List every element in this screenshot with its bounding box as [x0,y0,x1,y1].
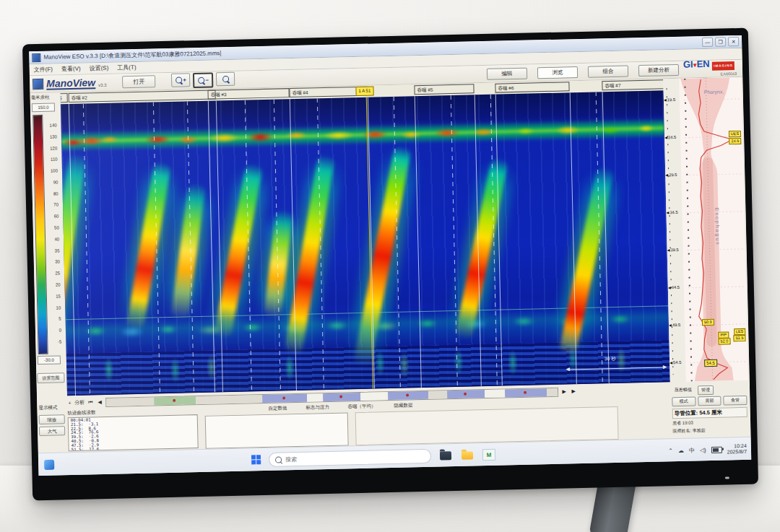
clock-date: 2025/8/7 [727,449,747,455]
mode-browse-button[interactable]: 浏览 [537,66,578,79]
maximize-button[interactable]: ❐ [715,37,726,46]
colorbar-tick: 35 [46,248,59,253]
readings-header: 轨迹曲线读数 [67,409,95,417]
scale-max-box: 150.0 [32,103,55,112]
battery-icon[interactable] [711,446,722,453]
swallow-label-box[interactable]: 吞咽 #5 [414,84,474,95]
timescale-label: 30 秒 [604,356,616,362]
timeline-segment[interactable] [307,393,323,401]
colorbar-tick: 15 [48,294,61,298]
colorbar-tick: 20 [47,282,60,287]
display-mode-atmos-button[interactable]: 大气 [39,426,65,436]
prev-button[interactable]: ◀ [96,399,103,405]
workspace: 毫米汞柱 150.0 14013012011010090807060504035… [30,77,751,453]
timeline-segment[interactable] [428,391,447,399]
les-badge-label: LES [734,328,746,335]
timeline-segment[interactable] [196,395,262,404]
display-mode-zoom-button[interactable]: 缩放 [39,414,65,424]
widgets-icon[interactable] [44,460,54,470]
patient-time-line: 患者 19:03 [672,419,748,427]
taskbar-search[interactable]: 搜索 [269,449,431,467]
close-button[interactable]: ✕ [728,37,739,46]
folder-icon[interactable] [460,448,474,462]
colorbar-tick: 140 [43,123,56,127]
timeline-segment[interactable] [505,388,547,397]
manometry-heatmap[interactable]: 30 秒 ◀ ▶ [61,90,670,396]
menu-settings[interactable]: 设置(S) [90,64,109,73]
zoom-in-sign: + [183,77,186,82]
power-led [725,476,729,479]
colorbar-tick: 10 [48,305,61,310]
timeline-segment[interactable] [485,389,505,398]
trace-readings-table[interactable]: 00:04:0121.5: -3.122.5: 8.624.5: 76.639.… [68,414,199,451]
timeline-segment[interactable] [154,396,196,405]
colorbar-tick: 0 [48,328,61,332]
catheter-position: 导管位置: 54.5 厘米 [672,407,748,419]
volume-icon[interactable]: ◁) [700,447,706,453]
les-badge-value: 51.5 [734,335,746,341]
taskbar-clock[interactable]: 10:24 2025/8/7 [727,443,748,455]
manage-tab[interactable]: 管理 [698,385,714,395]
timeline-segment[interactable] [262,393,307,402]
colorbar-tick: 60 [46,214,58,219]
swallow-label-box[interactable]: 吞咽 #7 [602,79,663,90]
timeline-segment[interactable] [447,390,485,398]
pressure-unit-label: 毫米汞柱 [31,95,50,102]
set-range-button[interactable]: 设置范围 [37,372,64,383]
sensor-depth-tick: ◀19.5 [664,97,680,102]
esophagus-button[interactable]: 食管 [724,396,748,406]
menu-file[interactable]: 文件(F) [34,66,53,74]
bottom-panel-label: 自定数值 [268,405,287,412]
menu-tools[interactable]: 工具(T) [117,64,136,72]
stomach-button[interactable]: 胃部 [698,396,722,406]
colorbar-tick: 110 [45,157,58,162]
timeline-segment[interactable] [106,397,154,406]
swallow-label-box[interactable]: 吞咽 #3 [207,88,289,100]
file-explorer-icon[interactable] [438,448,453,463]
zoom-reset-button[interactable] [216,72,235,87]
timeline-segment[interactable] [388,391,428,399]
onedrive-cloud-icon[interactable]: ☁ [678,447,684,453]
mode-new-analysis-button[interactable]: 新建分析 [638,64,679,77]
brand-sub: IMAGING [712,61,734,71]
monitor: ManoView ESO v.3.3 [D:\食道测压文件\范军航03康雅072… [22,28,758,501]
colorbar-tick: 30 [47,260,60,264]
catheter-info-panel: 压差幅值 管理 模式 胃部 食管 导管位置: 54.5 厘米 患者 19:03 … [670,383,750,438]
ues-badge-value: 24.5 [729,138,741,144]
magnifier-icon [176,77,182,83]
mode-button[interactable]: 模式 [672,396,696,406]
given-imaging-logo: GI▾EN IMAGING EA66043 [683,59,737,77]
mode-composite-button[interactable]: 组合 [588,65,628,77]
next-button-2[interactable]: ▶ [570,388,577,394]
add-analysis-button[interactable]: ＋ [67,399,72,406]
menu-view[interactable]: 查看(V) [61,65,81,74]
manoview-icon [32,79,43,90]
zoom-in-button[interactable]: + [171,73,190,87]
next-button[interactable]: ▶ [560,388,568,394]
timeline-segment[interactable] [547,388,558,396]
swallow-label-box[interactable]: 吞咽 #6 [495,82,569,92]
zoom-out-button[interactable]: − [193,72,213,88]
mode-edit-button[interactable]: 编辑 [487,68,527,80]
sensor-depth-tick: ◀49.5 [669,323,685,327]
version-label: v3.3 [98,82,106,87]
timeline-marker-dot [406,393,409,396]
timeline-segment[interactable] [360,392,388,401]
minimize-button[interactable]: — [702,38,713,47]
swallow-label-partial: 吞 [60,93,67,103]
tray-chevron-icon[interactable]: ⌃ [668,448,673,454]
ues-pressure-band [61,118,664,152]
open-button[interactable]: 打开 [122,75,155,88]
seek-start-button[interactable]: ⏮ [87,399,94,405]
pharynx-label: Pharynx. [704,89,724,95]
event-marker-badge[interactable]: 1 A 51 [355,86,373,96]
colorbar-tick: 80 [46,191,58,196]
catheter-depth-badge: 54.5 [704,359,717,367]
pressure-amplitude-tab[interactable]: 压差幅值 [672,385,695,396]
manoview-taskbar-icon[interactable]: M [482,448,496,462]
windows-start-button[interactable] [251,455,261,465]
ime-indicator[interactable]: 中 [689,446,695,454]
timeline-segment[interactable] [323,392,360,401]
app-icon [32,53,40,61]
brand-right: EN [696,58,709,69]
